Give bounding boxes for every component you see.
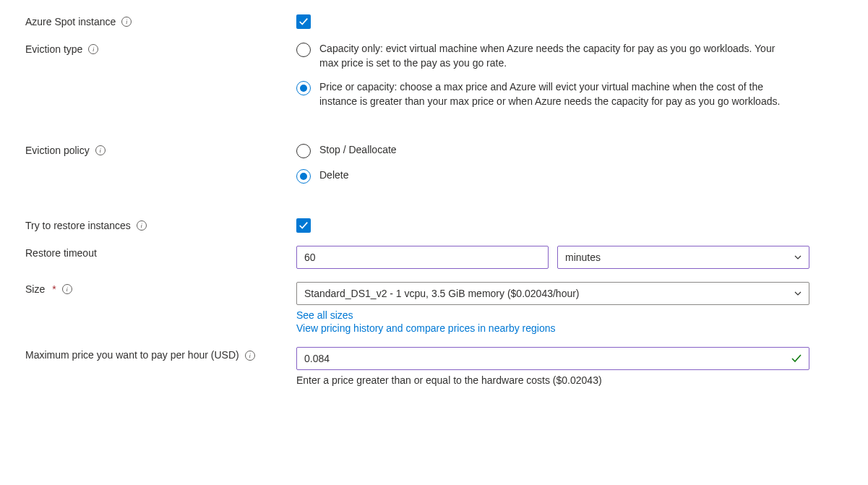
eviction-type-price-or-capacity[interactable]: Price or capacity: choose a max price an…: [296, 80, 809, 108]
see-all-sizes-link[interactable]: See all sizes: [296, 309, 353, 321]
radio-label: Stop / Deallocate: [319, 143, 397, 158]
info-icon[interactable]: i: [137, 220, 147, 231]
pricing-history-link[interactable]: View pricing history and compare prices …: [296, 322, 555, 334]
radio-label: Capacity only: evict virtual machine whe…: [319, 42, 782, 70]
restore-label: Try to restore instances: [25, 220, 131, 231]
check-icon: [298, 220, 309, 231]
size-label: Size: [25, 283, 45, 295]
spot-label-row: Azure Spot instance i: [25, 14, 296, 27]
info-icon[interactable]: i: [88, 44, 98, 54]
eviction-policy-label: Eviction policy: [25, 145, 90, 156]
info-icon[interactable]: i: [245, 351, 255, 361]
max-price-label: Maximum price you want to pay per hour (…: [25, 348, 239, 363]
eviction-type-label-row: Eviction type i: [25, 42, 296, 55]
eviction-policy-stop-deallocate[interactable]: Stop / Deallocate: [296, 143, 809, 158]
check-icon: [298, 17, 309, 27]
eviction-type-label: Eviction type: [25, 43, 82, 55]
restore-timeout-unit-select[interactable]: minutes: [557, 246, 809, 269]
restore-timeout-label-row: Restore timeout: [25, 246, 296, 259]
restore-label-row: Try to restore instances i: [25, 218, 296, 231]
max-price-input[interactable]: [296, 347, 809, 370]
eviction-policy-label-row: Eviction policy i: [25, 143, 296, 156]
restore-checkbox[interactable]: [296, 218, 311, 233]
required-indicator: *: [52, 283, 56, 295]
info-icon[interactable]: i: [62, 284, 72, 294]
max-price-label-row: Maximum price you want to pay per hour (…: [25, 347, 296, 363]
restore-timeout-input[interactable]: [296, 246, 549, 269]
info-icon[interactable]: i: [95, 145, 106, 155]
eviction-policy-delete[interactable]: Delete: [296, 168, 809, 184]
checkmark-icon: [791, 353, 802, 364]
radio-icon: [296, 169, 311, 184]
radio-icon: [296, 144, 311, 158]
radio-icon: [296, 43, 311, 57]
size-label-row: Size * i: [25, 282, 296, 295]
radio-label: Delete: [319, 168, 348, 183]
radio-icon: [296, 81, 311, 95]
restore-timeout-label: Restore timeout: [25, 247, 97, 259]
info-icon[interactable]: i: [121, 17, 132, 27]
spot-label: Azure Spot instance: [25, 16, 116, 27]
size-select[interactable]: Standard_DS1_v2 - 1 vcpu, 3.5 GiB memory…: [296, 282, 809, 305]
max-price-helper: Enter a price greater than or equal to t…: [296, 374, 809, 386]
radio-label: Price or capacity: choose a max price an…: [319, 80, 782, 108]
eviction-type-capacity-only[interactable]: Capacity only: evict virtual machine whe…: [296, 42, 809, 70]
spot-checkbox[interactable]: [296, 14, 311, 29]
